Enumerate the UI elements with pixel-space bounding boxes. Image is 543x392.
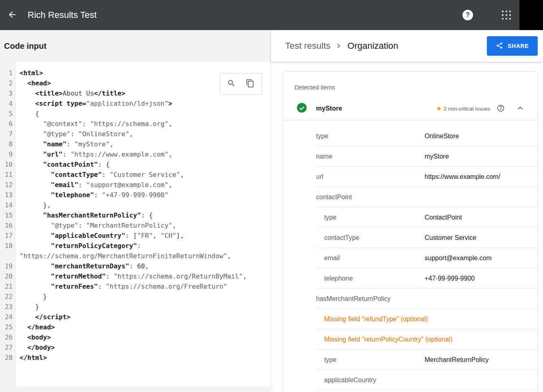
line-content: } [16, 292, 270, 302]
line-number: 6 [0, 119, 16, 129]
code-line: 4 <script type="application/ld+json"> [0, 98, 270, 109]
line-content: "hasMerchantReturnPolicy": { [16, 210, 270, 220]
detected-item-header[interactable]: myStore 2 non-critical issues [283, 97, 537, 120]
line-content: "contactType": "Customer Service", [16, 170, 270, 180]
check-circle-icon [297, 102, 307, 115]
code-line: 19 "merchantReturnDays": 60, [0, 261, 270, 271]
line-number: 28 [0, 353, 16, 363]
line-number: 24 [0, 312, 16, 322]
results-body: Detected items myStore 2 non-critical is… [271, 62, 543, 392]
property-value: Customer Service [425, 234, 476, 242]
line-content: "returnMethod": "https://schema.org/Retu… [16, 271, 270, 281]
app-title: Rich Results Test [28, 10, 97, 20]
property-label: type [316, 214, 425, 221]
chevron-right-icon [334, 41, 343, 50]
property-row: typeContactPoint [316, 207, 537, 228]
line-content: </body> [16, 342, 270, 353]
code-line: 21 "returnFees": "https://schema.org/Fre… [0, 281, 270, 292]
line-number: 4 [0, 98, 16, 109]
warning-row: Missing field "refundType" (optional) [316, 309, 537, 329]
line-content: }, [16, 200, 270, 210]
property-group-row: hasMerchantReturnPolicy [316, 289, 537, 309]
issues-help-button[interactable] [497, 104, 505, 113]
apps-menu-button[interactable] [498, 7, 515, 23]
code-line: 7 "@type": "OnlineStore", [0, 129, 270, 139]
property-label: email [316, 255, 425, 262]
code-line: 15 "hasMerchantReturnPolicy": { [0, 210, 270, 220]
property-row: typeOnlineStore [316, 126, 537, 146]
editor-toolbar [220, 73, 262, 95]
line-number: 17 [0, 231, 16, 241]
code-line: 27 </body> [0, 342, 270, 353]
line-number: 19 [0, 261, 16, 271]
code-lines: 1<html>2 <head>3 <title>About Us</title>… [0, 68, 270, 363]
property-value: https://www.example.com/ [425, 173, 500, 181]
property-row: typeMerchantReturnPolicy [316, 350, 537, 370]
property-label: type [316, 356, 425, 364]
code-line: 11 "contactType": "Customer Service", [0, 170, 270, 180]
line-content: "email": "support@example.com", [16, 180, 270, 190]
property-value: MerchantReturnPolicy [425, 356, 488, 364]
line-number: 7 [0, 129, 16, 139]
results-panel: Test results Organization SHARE Detected… [270, 30, 543, 392]
code-line: 26 <body> [0, 332, 270, 342]
detected-items-card: Detected items myStore 2 non-critical is… [283, 71, 538, 392]
property-label: telephone [316, 275, 425, 282]
share-icon [496, 42, 503, 50]
share-label: SHARE [508, 43, 529, 49]
code-line: 12 "email": "support@example.com", [0, 180, 270, 190]
results-header: Test results Organization SHARE [271, 30, 543, 62]
line-number: 16 [0, 220, 16, 231]
code-line: 16 "@type": "MerchantReturnPolicy", [0, 220, 270, 231]
share-button[interactable]: SHARE [487, 36, 538, 56]
line-content: "@context": "https://schema.org", [16, 119, 270, 129]
line-content: "merchantReturnDays": 60, [16, 261, 270, 271]
line-number: 27 [0, 342, 16, 353]
search-code-button[interactable] [227, 79, 236, 89]
line-content: "applicableCountry": ["FR", "CH"], [16, 231, 270, 241]
code-line: 8 "name": "myStore", [0, 139, 270, 149]
line-number: 23 [0, 302, 16, 312]
line-number: 8 [0, 139, 16, 149]
copy-icon [246, 79, 255, 89]
property-group-row: contactPoint [316, 187, 537, 207]
code-line: 25 </head> [0, 322, 270, 332]
line-content: "returnFees": "https://schema.org/FreeRe… [16, 281, 270, 292]
item-name: myStore [316, 105, 342, 112]
line-content: "@type": "OnlineStore", [16, 129, 270, 139]
warning-row: Missing field "returnPolicyCountry" (opt… [316, 329, 537, 350]
property-row: namemyStore [316, 146, 537, 167]
code-line: 28</html> [0, 353, 270, 363]
collapse-item-button[interactable] [515, 103, 525, 114]
property-value: ContactPoint [425, 214, 462, 221]
line-number: 5 [0, 109, 16, 119]
help-button[interactable]: ? [460, 7, 476, 23]
line-content: <script type="application/ld+json"> [16, 98, 270, 109]
line-number: 9 [0, 149, 16, 159]
back-button[interactable] [2, 5, 22, 25]
property-label: type [316, 133, 425, 140]
line-number: 14 [0, 200, 16, 210]
code-line: 5 { [0, 109, 270, 119]
breadcrumb-organization: Organization [347, 41, 398, 51]
property-row: emailsupport@example.com [316, 248, 537, 268]
line-number: 26 [0, 332, 16, 342]
warning-text: Missing field "refundType" (optional) [316, 316, 529, 323]
property-group-row: applicableCountry [316, 370, 537, 390]
property-value: +47-99-999-9900 [425, 275, 475, 282]
line-number: 25 [0, 322, 16, 332]
code-line: 23 } [0, 302, 270, 312]
detected-items-label: Detected items [283, 72, 537, 91]
copy-code-button[interactable] [246, 79, 255, 89]
line-number: 2 [0, 78, 16, 88]
line-number: 21 [0, 281, 16, 292]
account-avatar[interactable] [519, 0, 543, 30]
property-value: myStore [425, 153, 449, 160]
property-label: contactPoint [316, 194, 425, 201]
code-editor[interactable]: 1<html>2 <head>3 <title>About Us</title>… [0, 62, 270, 386]
line-number: 3 [0, 88, 16, 98]
code-line: 24 </script> [0, 312, 270, 322]
item-status-group: 2 non-critical issues [437, 103, 525, 114]
breadcrumb-test-results[interactable]: Test results [285, 41, 330, 51]
apps-grid-icon [502, 11, 511, 20]
